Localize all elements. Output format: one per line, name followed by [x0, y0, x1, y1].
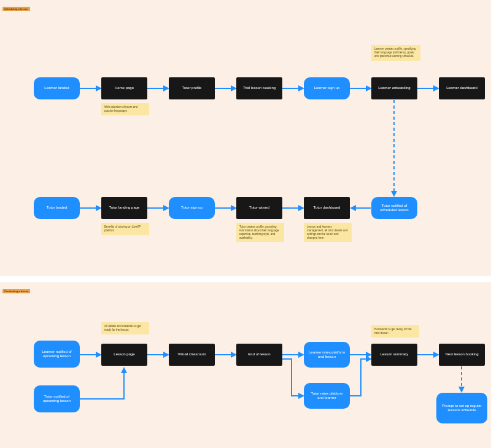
panel-conducting: Conducting a lesson — [0, 282, 491, 448]
node-trial-lesson-booking[interactable]: Trial lesson booking — [236, 77, 282, 99]
panel-title-scheduling: Scheduling a lesson — [2, 7, 30, 11]
node-tutor-dashboard[interactable]: Tutor dashboard — [304, 197, 350, 219]
note-tutor-landing: Benefits of tutoring on LiveXP platform — [101, 223, 149, 235]
node-tutor-signup[interactable]: Tutor sign up — [169, 197, 215, 219]
node-learner-landed[interactable]: Learner landed — [34, 77, 80, 99]
node-lesson-summary[interactable]: Lesson summary — [371, 344, 417, 366]
node-home-page[interactable]: Home page — [101, 77, 147, 99]
node-lesson-page[interactable]: Lesson page — [101, 344, 147, 366]
node-tutor-rates[interactable]: Tutor rates platform and learner — [304, 383, 350, 409]
node-prompt-regular-schedule[interactable]: Prompt to set up regular lessons schedul… — [436, 393, 487, 423]
note-home-page: With selection of tutors and popular lan… — [101, 103, 149, 115]
stage-scheduling: Learner landed Home page Tutor profile T… — [0, 12, 491, 276]
node-next-lesson-booking[interactable]: Next lesson booking — [439, 344, 485, 366]
connectors-conducting — [0, 295, 491, 448]
note-tutor-dashboard: Lesson and learners management, all tuto… — [304, 223, 352, 242]
node-learner-signup[interactable]: Learner sign up — [304, 77, 350, 99]
note-lesson-summary: Homework to get ready for the next lesso… — [371, 325, 419, 338]
node-tutor-landing-page[interactable]: Tutor landing page — [101, 197, 147, 219]
note-lesson-page: All details and materials to get ready f… — [101, 322, 149, 334]
node-tutor-wizard[interactable]: Tutor wizard — [236, 197, 282, 219]
node-virtual-classroom[interactable]: Virtual classroom — [169, 344, 215, 366]
node-tutor-notified-scheduled[interactable]: Tutor notified of scheduled lesson — [371, 197, 417, 219]
node-tutor-landed[interactable]: Tutor landed — [34, 197, 80, 219]
node-end-of-lesson[interactable]: End of lesson — [236, 344, 282, 366]
node-tutor-notified-upcoming[interactable]: Tutor notified of upcoming lesson — [34, 385, 80, 412]
node-learner-dashboard[interactable]: Learner dashboard — [439, 77, 485, 99]
node-learner-onboarding[interactable]: Learner onboarding — [371, 77, 417, 99]
panel-scheduling: Scheduling a lesson L — [0, 0, 491, 276]
node-tutor-profile[interactable]: Tutor profile — [169, 77, 215, 99]
panel-title-conducting: Conducting a lesson — [2, 289, 30, 293]
node-learner-notified-upcoming[interactable]: Learner notified of upcoming lesson — [34, 341, 80, 368]
stage-conducting: Learner notified of upcoming lesson Tuto… — [0, 295, 491, 448]
node-learner-rates[interactable]: Learner rates platform and lesson — [304, 342, 350, 368]
note-onboarding: Learner creates profile, specifying thei… — [371, 45, 420, 61]
note-tutor-wizard: Tutor creates profile, providing informa… — [236, 223, 284, 242]
